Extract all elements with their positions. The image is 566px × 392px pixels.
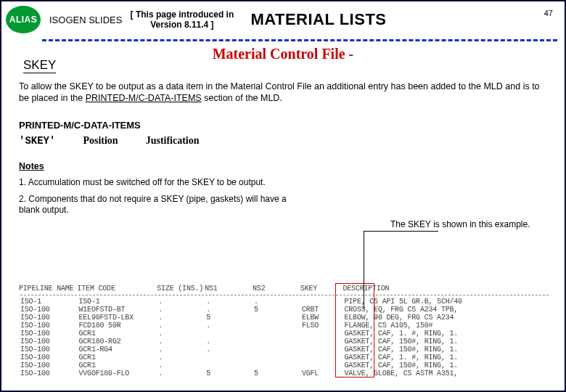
note-1: 1. Accumulation must be switched off for… (19, 177, 309, 188)
version-note: [ This page introduced in Version 8.11.4… (129, 9, 234, 30)
table-cell: FLSO (300, 322, 343, 330)
table-cell (253, 322, 300, 330)
version-note-line1: [ This page introduced in (129, 9, 234, 20)
table-cell (253, 338, 300, 346)
table-cell: 5 (205, 314, 253, 322)
table-cell: . (157, 338, 205, 346)
table-cell: GASKET, CAF, 150#, RING, 1. (343, 346, 550, 354)
param-skey: 'SKEY' (19, 135, 55, 147)
table-cell (253, 354, 300, 362)
table-row: ISO-100GCR1.GASKET, CAF, 1. #, RING, 1. (19, 330, 550, 338)
table-cell: GASKET, CAF, 150#, RING, 1. (343, 362, 550, 369)
table-cell: GASKET, CAF, 1. #, RING, 1. (343, 330, 550, 338)
table-cell: GCR1-RG4 (78, 346, 157, 354)
table-cell: GASKET, CAF, 150#, RING, 1. (343, 338, 550, 346)
th-desc: DESCRIPTION (343, 285, 550, 294)
table-cell: ISO-1 (19, 298, 78, 306)
slide-header: ALIAS ISOGEN SLIDES [ This page introduc… (1, 1, 565, 38)
intro-underlined: PRINTED-M/C-DATA-ITEMS (86, 93, 202, 103)
table-cell: ISO-100 (19, 338, 78, 346)
header-divider (42, 39, 557, 41)
table-cell: 5 (253, 306, 300, 314)
table-row: ISO-100GCR1.GASKET, CAF, 150#, RING, 1. (19, 362, 550, 369)
table-cell: 5 (253, 369, 300, 377)
table-cell: PIPE, CS API 5L GR.B, SCH/40 (343, 298, 550, 306)
table-cell: ISO-100 (19, 354, 78, 362)
table-cell: ISO-100 (19, 369, 78, 377)
alias-badge: ALIAS (6, 6, 41, 33)
slide: ALIAS ISOGEN SLIDES [ This page introduc… (0, 0, 566, 392)
table-cell: ISO-100 (19, 322, 78, 330)
table-cell: ISO-100 (19, 330, 78, 338)
table-row: ISO-100W1EOFSTD-BT..5CRBTCROSS, EQ, FRG … (19, 306, 550, 314)
table-cell: GCR1 (78, 354, 157, 362)
table-cell: GCR1 (78, 362, 157, 369)
brand-label: ISOGEN SLIDES (49, 15, 122, 25)
table-cell: . (205, 298, 253, 306)
table-cell: . (157, 314, 205, 322)
table-cell (300, 298, 343, 306)
th-skey: SKEY (300, 285, 343, 294)
table-cell: GCR180-RG2 (78, 338, 157, 346)
table-cell: ELBOW, 90 DEG, FRG CS A234 (343, 314, 550, 322)
slide-subtitle: Material Control File - (1, 46, 565, 62)
table-cell: . (157, 306, 205, 314)
table-cell: ISO-100 (19, 314, 78, 322)
table-cell (253, 330, 300, 338)
param-justification: Justification (146, 135, 200, 147)
content-area: To allow the SKEY to be output as a data… (1, 64, 565, 216)
page-title: MATERIAL LISTS (250, 10, 386, 29)
table-cell: VVGOF180-FLO (78, 369, 157, 377)
th-pipeline: PIPELINE NAME (19, 285, 78, 294)
table-cell: 5 (205, 369, 253, 377)
version-note-line2: Version 8.11.4 ] (129, 20, 234, 30)
table-row: ISO-100EEL90FSTD-LBX.5ELBWELBOW, 90 DEG,… (19, 314, 550, 322)
table-cell (300, 354, 343, 362)
table-cell: EEL90FSTD-LBX (78, 314, 157, 322)
intro-suffix: section of the MLD. (202, 93, 282, 103)
notes-block: 1. Accumulation must be switched off for… (19, 177, 309, 216)
table-cell: . (157, 322, 205, 330)
table-cell: GASKET, CAF, 1. #, RING, 1. (343, 354, 550, 362)
skey-heading: SKEY (23, 58, 56, 73)
table-cell: VGFL (300, 369, 343, 377)
table-cell (205, 354, 253, 362)
example-table: PIPELINE NAME ITEM CODE SIZE (INS.) NS1 … (19, 285, 550, 377)
table-cell: ISO-1 (78, 298, 157, 306)
table-cell (205, 362, 253, 369)
table-cell (253, 362, 300, 369)
param-row: 'SKEY' Position Justification (19, 135, 549, 147)
callout-connector (364, 231, 438, 232)
table-cell: . (205, 346, 253, 354)
section-heading: PRINTED-M/C-DATA-ITEMS (19, 120, 549, 131)
table-row: ISO-100VVGOF180-FLO.55VGFLVALVE, GLOBE, … (19, 369, 550, 377)
th-ns2: NS2 (253, 285, 300, 294)
table-cell: . (157, 362, 205, 369)
table-cell (253, 314, 300, 322)
table-row: ISO-100GCR1-RG4..GASKET, CAF, 150#, RING… (19, 346, 550, 354)
table-cell: W1EOFSTD-BT (78, 306, 157, 314)
notes-heading: Notes (19, 161, 549, 171)
table-cell: ISO-100 (19, 362, 78, 369)
intro-paragraph: To allow the SKEY to be output as a data… (19, 81, 549, 104)
th-item: ITEM CODE (78, 285, 157, 294)
table-cell: . (205, 338, 253, 346)
th-size: SIZE (INS.) (157, 285, 205, 294)
table-cell: CRBT (300, 306, 343, 314)
table-cell: FCD180 50R (78, 322, 157, 330)
table-cell (300, 362, 343, 369)
table-cell (300, 346, 343, 354)
table-cell: FLANGE, CS A105, 150# (343, 322, 550, 330)
table-cell: . (157, 369, 205, 377)
table-cell: . (157, 330, 205, 338)
table-row: ISO-100GCR180-RG2..GASKET, CAF, 150#, RI… (19, 338, 550, 346)
table-cell (205, 330, 253, 338)
slide-number: 47 (544, 9, 553, 17)
table-cell: ISO-100 (19, 306, 78, 314)
table-cell: GCR1 (78, 330, 157, 338)
th-ns1: NS1 (205, 285, 253, 294)
note-2: 2. Components that do not require a SKEY… (19, 194, 309, 216)
table-row: ISO-1ISO-1...PIPE, CS API 5L GR.B, SCH/4… (19, 298, 550, 306)
table-cell: ELBW (300, 314, 343, 322)
table-cell: ISO-100 (19, 346, 78, 354)
